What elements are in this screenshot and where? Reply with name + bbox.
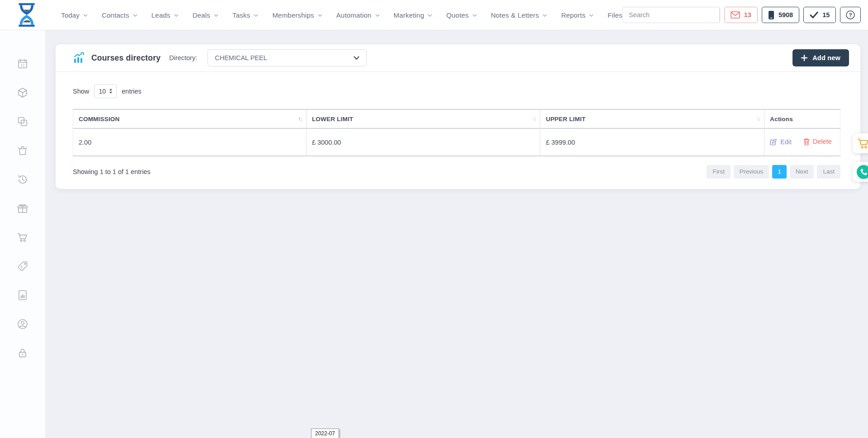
envelope-icon <box>731 11 740 19</box>
nav-label: Files <box>608 11 623 19</box>
pagination-next[interactable]: Next <box>790 165 814 179</box>
search-box <box>623 7 720 23</box>
sidebar-item-products[interactable] <box>17 87 28 99</box>
sidebar-item-account[interactable] <box>17 318 28 330</box>
nav-label: Memberships <box>272 11 314 19</box>
svg-text:?: ? <box>849 12 852 18</box>
sidebar-item-gift[interactable] <box>17 203 28 214</box>
column-header-lower-limit[interactable]: LOWER LIMIT ↑↓ <box>306 109 540 128</box>
pagination: First Previous 1 Next Last <box>707 165 840 179</box>
search-input[interactable] <box>623 7 719 23</box>
sidebar-item-reports[interactable] <box>17 289 28 301</box>
cart-icon <box>857 137 868 149</box>
nav-item-contacts[interactable]: Contacts <box>102 11 137 19</box>
tasks-count: 15 <box>822 11 830 19</box>
cell-lower-limit: £ 3000.00 <box>306 128 540 156</box>
pagination-last[interactable]: Last <box>817 165 840 179</box>
history-icon <box>17 174 28 185</box>
hourglass-logo-icon <box>14 2 40 28</box>
svg-text:12: 12 <box>20 63 25 67</box>
courses-table: COMMISSION ↑↓ LOWER LIMIT ↑↓ UPPER LIMIT… <box>73 109 840 156</box>
nav-item-deals[interactable]: Deals <box>193 11 218 19</box>
floating-phone-widget[interactable] <box>853 162 868 182</box>
phone-circle <box>857 165 868 179</box>
lock-icon <box>17 347 28 359</box>
add-new-label: Add new <box>812 54 840 61</box>
phone-icon <box>860 168 868 176</box>
main-nav: Today Contacts Leads Deals Tasks Members… <box>61 11 623 19</box>
package-icon <box>17 87 28 99</box>
sidebar-item-lock[interactable] <box>17 347 28 359</box>
column-header-commission[interactable]: COMMISSION ↑↓ <box>73 109 307 128</box>
messages-badge[interactable]: 13 <box>724 7 758 23</box>
copy-icon <box>17 116 28 127</box>
cell-upper-limit: £ 3999.00 <box>540 128 764 156</box>
nav-item-memberships[interactable]: Memberships <box>272 11 322 19</box>
calendar-icon: 12 <box>17 58 28 70</box>
nav-label: Leads <box>151 11 170 19</box>
trash-icon <box>803 138 810 146</box>
show-label: Show <box>73 88 89 95</box>
sidebar-item-calendar[interactable]: 12 <box>17 58 28 70</box>
pagination-first[interactable]: First <box>707 165 730 179</box>
sort-icon: ↑↓ <box>756 116 760 122</box>
app-logo[interactable] <box>14 2 40 28</box>
directory-select[interactable]: CHEMICAL PEEL <box>208 49 367 66</box>
chevron-down-icon <box>375 14 380 17</box>
table-row: 2.00 £ 3000.00 £ 3999.00 Edit <box>73 128 840 156</box>
cell-commission: 2.00 <box>73 128 307 156</box>
directory-label: Directory: <box>169 54 197 61</box>
floating-cart-widget[interactable] <box>853 133 868 153</box>
nav-label: Today <box>61 11 80 19</box>
messages-count: 13 <box>744 11 751 19</box>
page-length-select[interactable]: 10 <box>94 84 117 98</box>
sidebar-item-shopping-bag[interactable] <box>17 145 28 156</box>
sidebar-item-pages[interactable] <box>17 116 28 127</box>
nav-label: Contacts <box>102 11 129 19</box>
nav-item-files[interactable]: Files <box>608 11 623 19</box>
phone-count: 5908 <box>778 11 793 19</box>
chevron-down-icon <box>472 14 477 17</box>
svg-text:$: $ <box>21 265 23 269</box>
column-header-upper-limit[interactable]: UPPER LIMIT ↑↓ <box>540 109 764 128</box>
sidebar-item-cart[interactable] <box>17 231 28 243</box>
sidebar-item-history[interactable] <box>17 174 28 185</box>
nav-item-notes-letters[interactable]: Notes & Letters <box>491 11 547 19</box>
pagination-page-1[interactable]: 1 <box>772 165 787 179</box>
nav-item-automation[interactable]: Automation <box>336 11 380 19</box>
chevron-down-icon <box>254 14 258 17</box>
tasks-badge[interactable]: 15 <box>803 7 836 23</box>
search-button[interactable] <box>719 7 720 23</box>
nav-item-marketing[interactable]: Marketing <box>394 11 433 19</box>
nav-item-quotes[interactable]: Quotes <box>446 11 477 19</box>
pagination-previous[interactable]: Previous <box>734 165 769 179</box>
chevron-down-icon <box>542 14 547 17</box>
chevron-down-icon <box>318 14 322 17</box>
nav-item-reports[interactable]: Reports <box>561 11 594 19</box>
add-new-button[interactable]: Add new <box>793 49 849 66</box>
smartphone-icon <box>768 10 774 20</box>
panel-body: Show 10 entries COMMISSION ↑↓ LOWER LIMI… <box>56 72 860 189</box>
chevron-down-icon <box>174 14 179 17</box>
top-right-cluster: 13 5908 15 ? LONDON SUPPORT <box>623 6 868 24</box>
nav-label: Quotes <box>446 11 469 19</box>
nav-label: Deals <box>193 11 210 19</box>
sidebar-item-price-tag[interactable]: $ <box>17 260 28 272</box>
top-bar: Today Contacts Leads Deals Tasks Members… <box>0 0 868 30</box>
select-spinner-icon <box>109 89 112 94</box>
nav-item-tasks[interactable]: Tasks <box>232 11 258 19</box>
delete-button[interactable]: Delete <box>803 138 832 146</box>
help-icon: ? <box>845 10 855 20</box>
page-length-control: Show 10 entries <box>73 84 840 98</box>
nav-label: Marketing <box>394 11 425 19</box>
edit-button[interactable]: Edit <box>770 138 792 146</box>
chevron-down-icon <box>354 56 359 60</box>
nav-item-leads[interactable]: Leads <box>151 11 179 19</box>
search-icon <box>720 10 720 19</box>
gift-icon <box>17 203 28 214</box>
user-circle-icon <box>17 318 28 330</box>
price-tag-icon: $ <box>17 260 28 272</box>
phone-badge[interactable]: 5908 <box>762 7 799 23</box>
help-button[interactable]: ? <box>840 7 861 23</box>
nav-item-today[interactable]: Today <box>61 11 88 19</box>
